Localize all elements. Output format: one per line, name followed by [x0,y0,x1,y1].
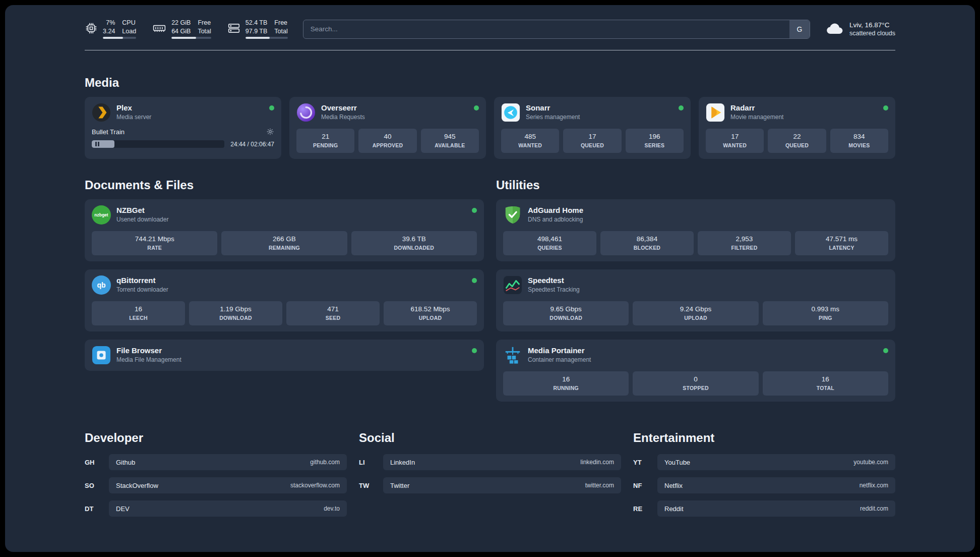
bookmark-url: twitter.com [585,482,614,489]
app-subtitle-overseerr: Media Requests [321,114,365,121]
app-subtitle-radarr: Movie management [730,114,783,121]
stat-tile: 266 GB REMAINING [221,231,347,255]
stat-label: SEED [288,315,378,321]
bookmark-link-github[interactable]: Github github.com [109,454,347,470]
stat-label: BLOCKED [602,245,692,251]
stat-value: 2,953 [700,235,789,243]
app-link-plex[interactable]: Plex Media server [92,103,274,122]
stat-tile: 9.65 Gbps DOWNLOAD [503,301,629,325]
disk-progress-fill [246,37,270,39]
app-subtitle-sonarr: Series management [526,114,580,121]
app-name-sonarr: Sonarr [526,103,580,112]
app-subtitle-filebrowser: Media File Management [116,356,181,363]
app-name-qbittorrent: qBittorrent [116,276,168,285]
radarr-icon [706,103,725,122]
stat-label: FILTERED [700,245,789,251]
stat-tile: 16 LEECH [92,301,185,325]
stat-label: SERIES [628,142,682,148]
bookmark-row-youtube: YT YouTube youtube.com [633,454,895,470]
stat-tile: 47.571 ms LATENCY [795,231,888,255]
app-link-adguard[interactable]: AdGuard Home DNS and adblocking [503,205,888,225]
app-link-nzbget[interactable]: nzbget NZBGet Usenet downloader [92,205,477,225]
app-subtitle-adguard: DNS and adblocking [528,216,583,223]
bookmark-name: Netflix [664,482,683,489]
app-card-qbittorrent: qb qBittorrent Torrent downloader 16 [85,269,484,331]
bookmark-abbr: DT [85,505,109,513]
stat-value: 16 [505,375,627,383]
bookmark-link-netflix[interactable]: Netflix netflix.com [657,477,895,493]
app-link-overseerr[interactable]: Overseerr Media Requests [296,103,479,122]
bookmark-row-stackoverflow: SO StackOverflow stackoverflow.com [85,477,347,493]
ram-progress-fill [171,37,196,39]
stat-value: 0 [635,375,756,383]
stat-tile: 196 SERIES [626,129,684,153]
stat-tile: 16 TOTAL [763,371,888,396]
status-dot [472,348,477,353]
bookmark-link-dev[interactable]: DEV dev.to [109,500,347,517]
bookmark-link-twitter[interactable]: Twitter twitter.com [383,477,621,493]
bookmark-name: YouTube [664,459,690,466]
stat-value: 196 [628,133,682,140]
search-bar: G [303,20,810,39]
nzbget-icon-text: nzbget [94,212,108,217]
disk-icon [227,22,240,37]
system-metrics: 7% 3.24 CPU Load [85,19,288,39]
stat-label: QUERIES [505,245,594,251]
bookmark-url: stackoverflow.com [290,482,340,489]
stat-value: 39.6 TB [353,235,475,243]
bookmark-name: StackOverflow [116,482,158,489]
bookmark-abbr: GH [85,459,109,466]
app-link-filebrowser[interactable]: File Browser Media File Management [92,346,477,365]
app-link-qbittorrent[interactable]: qb qBittorrent Torrent downloader [92,275,477,295]
bookmark-abbr: RE [633,505,657,513]
pause-icon[interactable] [95,142,99,146]
disk-free-label: Free [274,19,287,26]
bookmark-link-linkedin[interactable]: LinkedIn linkedin.com [383,454,621,470]
app-card-nzbget: nzbget NZBGet Usenet downloader 744.21 M… [85,199,484,261]
gear-icon[interactable] [266,128,274,136]
adguard-stats: 498,461 QUERIES 86,384 BLOCKED 2,953 FIL… [503,231,888,255]
nzbget-icon: nzbget [92,205,111,225]
bookmark-link-stackoverflow[interactable]: StackOverflow stackoverflow.com [109,477,347,493]
app-subtitle-nzbget: Usenet downloader [116,216,168,223]
bookmark-link-reddit[interactable]: Reddit reddit.com [657,500,895,517]
bookmark-abbr: SO [85,482,109,489]
stat-tile: 39.6 TB DOWNLOADED [351,231,477,255]
app-link-portainer[interactable]: Media Portainer Container management [503,346,888,365]
stat-tile: 0 STOPPED [633,371,758,396]
bookmark-row-github: GH Github github.com [85,454,347,470]
weather-widget: Lviv, 16.87°C scattered clouds [825,21,895,38]
app-link-radarr[interactable]: Radarr Movie management [706,103,888,122]
radarr-stats: 17 WANTED 22 QUEUED 834 MOVIES [706,129,888,153]
stat-tile: 2,953 FILTERED [698,231,791,255]
search-input[interactable] [303,20,789,38]
playback-progress-bar[interactable] [92,140,224,148]
cpu-percent: 7% [103,19,115,26]
dashboard: 7% 3.24 CPU Load [5,5,975,552]
cpu-chip-icon [85,22,98,37]
bookmark-url: dev.to [324,505,340,512]
stat-value: 16 [94,305,183,313]
search-engine-button[interactable]: G [789,20,810,38]
section-title-utilities: Utilities [496,178,895,192]
app-name-portainer: Media Portainer [528,346,591,355]
stat-tile: 471 SEED [286,301,380,325]
ram-progress-bar [171,37,211,39]
section-social: Social LI LinkedIn linkedin.com TW Twitt… [359,431,621,517]
cloud-icon [825,21,844,38]
speedtest-stats: 9.65 Gbps DOWNLOAD 9.24 Gbps UPLOAD 0.99… [503,301,888,325]
stat-label: UPLOAD [386,315,475,321]
disk-metric: 52.4 TB 97.9 TB Free Total [227,19,288,39]
status-dot [679,105,684,110]
app-link-sonarr[interactable]: Sonarr Series management [501,103,684,122]
stat-tile: 744.21 Mbps RATE [92,231,217,255]
section-developer: Developer GH Github github.com SO StackO… [85,431,347,517]
ram-total: 64 GiB [171,28,191,35]
section-title-media: Media [85,76,895,90]
stat-tile: 0.993 ms PING [763,301,888,325]
bookmark-link-youtube[interactable]: YouTube youtube.com [657,454,895,470]
stat-label: WANTED [503,142,557,148]
app-link-speedtest[interactable]: Speedtest Speedtest Tracking [503,275,888,295]
app-name-nzbget: NZBGet [116,206,168,214]
playback-row: 24:44 / 02:06:47 [92,140,274,148]
